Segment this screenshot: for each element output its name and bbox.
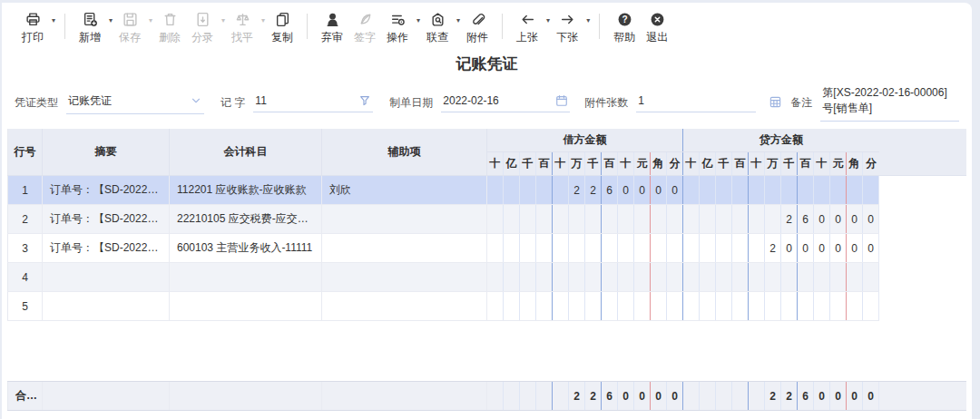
credit-digit-cell[interactable]: 0: [863, 234, 879, 263]
debit-digit-cell[interactable]: [651, 234, 667, 263]
credit-digit-cell[interactable]: [716, 263, 732, 292]
credit-digit-cell[interactable]: [863, 292, 879, 321]
debit-digit-cell[interactable]: 0: [634, 176, 651, 205]
credit-digit-cell[interactable]: [798, 176, 814, 205]
summary-cell[interactable]: [43, 292, 170, 321]
credit-digit-cell[interactable]: [732, 205, 749, 234]
calculator-grid-icon[interactable]: [769, 95, 782, 109]
debit-digit-cell[interactable]: [504, 263, 520, 292]
debit-digit-cell[interactable]: [487, 263, 504, 292]
debit-digit-cell[interactable]: [487, 292, 504, 321]
credit-digit-cell[interactable]: [765, 176, 781, 205]
table-row[interactable]: 1订单号：【SD-2022-02-16-00003...112201 应收账款-…: [8, 176, 967, 205]
credit-digit-cell[interactable]: [765, 205, 781, 234]
credit-digit-cell[interactable]: [830, 176, 847, 205]
credit-digit-cell[interactable]: [732, 263, 749, 292]
voucher-word-input[interactable]: 11: [253, 93, 373, 112]
credit-digit-cell[interactable]: [700, 176, 716, 205]
credit-digit-cell[interactable]: [732, 292, 749, 321]
debit-digit-cell[interactable]: [553, 205, 569, 234]
debit-digit-cell[interactable]: [651, 205, 667, 234]
debit-digit-cell[interactable]: [520, 292, 536, 321]
print-dropdown-caret-icon[interactable]: ▾: [52, 16, 55, 24]
auxiliary-cell[interactable]: [322, 234, 487, 263]
credit-digit-cell[interactable]: [732, 234, 749, 263]
credit-digit-cell[interactable]: [749, 205, 765, 234]
account-cell[interactable]: [170, 292, 322, 321]
debit-digit-cell[interactable]: [536, 292, 553, 321]
row-number-cell[interactable]: 5: [8, 292, 43, 321]
debit-digit-cell[interactable]: [504, 205, 520, 234]
credit-digit-cell[interactable]: [700, 234, 716, 263]
operate-button[interactable]: 操作: [381, 11, 414, 45]
new-dropdown-caret-icon[interactable]: ▾: [109, 16, 113, 24]
credit-digit-cell[interactable]: [683, 263, 700, 292]
credit-digit-cell[interactable]: [732, 176, 749, 205]
credit-digit-cell[interactable]: 0: [814, 234, 830, 263]
auxiliary-cell[interactable]: [322, 205, 487, 234]
table-row[interactable]: 4: [8, 263, 967, 292]
debit-digit-cell[interactable]: [553, 234, 569, 263]
debit-digit-cell[interactable]: 6: [602, 176, 618, 205]
next-voucher-dropdown-caret-icon[interactable]: ▾: [586, 16, 590, 24]
credit-digit-cell[interactable]: [781, 176, 798, 205]
debit-digit-cell[interactable]: [520, 205, 536, 234]
exit-button[interactable]: 退出: [641, 11, 673, 45]
credit-digit-cell[interactable]: 0: [863, 205, 879, 234]
debit-digit-cell[interactable]: [651, 292, 667, 321]
print-button[interactable]: 打印: [16, 11, 49, 45]
credit-digit-cell[interactable]: [683, 205, 700, 234]
credit-digit-cell[interactable]: [830, 292, 847, 321]
table-row[interactable]: 5: [8, 292, 967, 321]
prev-voucher-dropdown-caret-icon[interactable]: ▾: [546, 16, 550, 24]
debit-digit-cell[interactable]: [536, 205, 553, 234]
date-input[interactable]: 2022-02-16: [441, 93, 570, 112]
credit-digit-cell[interactable]: [830, 263, 847, 292]
credit-digit-cell[interactable]: [781, 263, 798, 292]
next-voucher-button[interactable]: 下张: [551, 11, 583, 45]
credit-digit-cell[interactable]: 0: [830, 205, 847, 234]
linked-query-button[interactable]: 联查: [421, 11, 454, 45]
prev-voucher-button[interactable]: 上张: [511, 11, 544, 45]
debit-digit-cell[interactable]: [520, 176, 536, 205]
debit-digit-cell[interactable]: [569, 263, 585, 292]
credit-digit-cell[interactable]: [700, 292, 716, 321]
debit-digit-cell[interactable]: 2: [569, 176, 585, 205]
debit-digit-cell[interactable]: [634, 234, 651, 263]
attachment-count-input[interactable]: 1: [636, 93, 756, 112]
debit-digit-cell[interactable]: [602, 263, 618, 292]
debit-digit-cell[interactable]: [602, 234, 618, 263]
row-number-cell[interactable]: 3: [8, 234, 43, 263]
credit-digit-cell[interactable]: 0: [781, 234, 798, 263]
debit-digit-cell[interactable]: [504, 234, 520, 263]
summary-cell[interactable]: 订单号：【SD-2022-02-16-00003...: [43, 176, 170, 205]
attachment-button[interactable]: 附件: [461, 11, 494, 45]
debit-digit-cell[interactable]: [618, 263, 634, 292]
debit-digit-cell[interactable]: [634, 263, 651, 292]
filter-icon[interactable]: [358, 94, 371, 107]
credit-digit-cell[interactable]: [683, 176, 700, 205]
credit-digit-cell[interactable]: 2: [781, 205, 798, 234]
credit-digit-cell[interactable]: [749, 234, 765, 263]
debit-digit-cell[interactable]: [634, 292, 651, 321]
debit-digit-cell[interactable]: [487, 234, 504, 263]
debit-digit-cell[interactable]: [569, 205, 585, 234]
debit-digit-cell[interactable]: [618, 292, 634, 321]
debit-digit-cell[interactable]: [504, 292, 520, 321]
auxiliary-cell[interactable]: [322, 292, 487, 321]
remark-input[interactable]: 第[XS-2022-02-16-00006]号[销售单]: [820, 84, 959, 122]
debit-digit-cell[interactable]: [602, 292, 618, 321]
new-button[interactable]: 新增: [74, 11, 106, 45]
debit-digit-cell[interactable]: [553, 176, 569, 205]
credit-digit-cell[interactable]: 0: [847, 234, 863, 263]
credit-digit-cell[interactable]: [798, 263, 814, 292]
unapprove-button[interactable]: 弃审: [316, 11, 348, 45]
credit-digit-cell[interactable]: [814, 263, 830, 292]
debit-digit-cell[interactable]: [536, 234, 553, 263]
debit-digit-cell[interactable]: [667, 263, 683, 292]
debit-digit-cell[interactable]: 0: [651, 176, 667, 205]
operate-dropdown-caret-icon[interactable]: ▾: [416, 16, 420, 24]
table-row[interactable]: 3订单号：【SD-2022-02-16-00003...600103 主营业务收…: [8, 234, 967, 263]
debit-digit-cell[interactable]: [569, 234, 585, 263]
row-number-cell[interactable]: 4: [8, 263, 43, 292]
